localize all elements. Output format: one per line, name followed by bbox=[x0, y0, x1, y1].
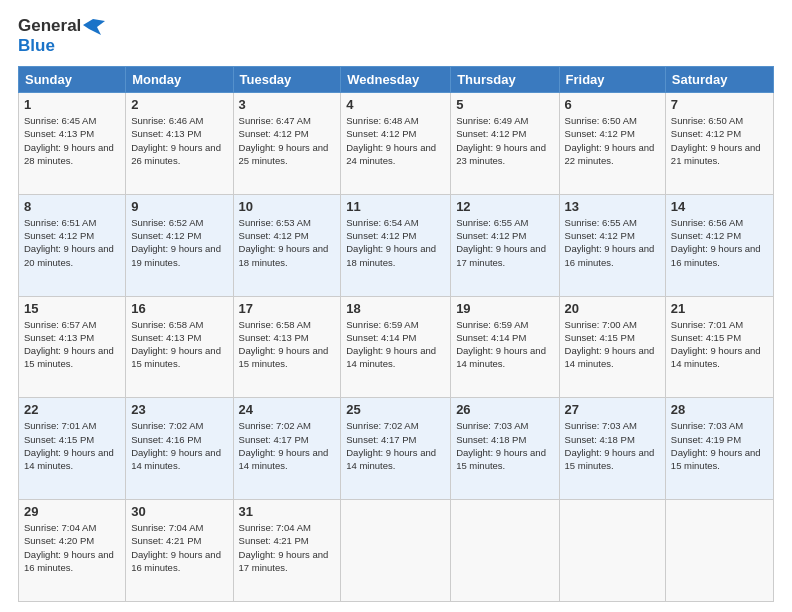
day-number: 30 bbox=[131, 504, 227, 519]
day-number: 1 bbox=[24, 97, 120, 112]
header: General Blue bbox=[18, 16, 774, 56]
calendar-cell: 3Sunrise: 6:47 AMSunset: 4:12 PMDaylight… bbox=[233, 93, 341, 195]
cell-info: Sunrise: 6:59 AMSunset: 4:14 PMDaylight:… bbox=[456, 318, 553, 371]
calendar-cell bbox=[341, 500, 451, 602]
cell-info: Sunrise: 6:55 AMSunset: 4:12 PMDaylight:… bbox=[565, 216, 660, 269]
calendar-cell: 15Sunrise: 6:57 AMSunset: 4:13 PMDayligh… bbox=[19, 296, 126, 398]
cell-info: Sunrise: 6:53 AMSunset: 4:12 PMDaylight:… bbox=[239, 216, 336, 269]
day-number: 5 bbox=[456, 97, 553, 112]
calendar-cell: 13Sunrise: 6:55 AMSunset: 4:12 PMDayligh… bbox=[559, 194, 665, 296]
calendar-cell: 2Sunrise: 6:46 AMSunset: 4:13 PMDaylight… bbox=[126, 93, 233, 195]
day-number: 24 bbox=[239, 402, 336, 417]
calendar-cell: 22Sunrise: 7:01 AMSunset: 4:15 PMDayligh… bbox=[19, 398, 126, 500]
day-number: 20 bbox=[565, 301, 660, 316]
calendar-cell: 18Sunrise: 6:59 AMSunset: 4:14 PMDayligh… bbox=[341, 296, 451, 398]
day-number: 22 bbox=[24, 402, 120, 417]
weekday-wednesday: Wednesday bbox=[341, 67, 451, 93]
cell-info: Sunrise: 7:04 AMSunset: 4:21 PMDaylight:… bbox=[239, 521, 336, 574]
calendar-cell bbox=[559, 500, 665, 602]
weekday-monday: Monday bbox=[126, 67, 233, 93]
calendar-cell: 27Sunrise: 7:03 AMSunset: 4:18 PMDayligh… bbox=[559, 398, 665, 500]
day-number: 17 bbox=[239, 301, 336, 316]
cell-info: Sunrise: 7:04 AMSunset: 4:20 PMDaylight:… bbox=[24, 521, 120, 574]
cell-info: Sunrise: 6:45 AMSunset: 4:13 PMDaylight:… bbox=[24, 114, 120, 167]
day-number: 6 bbox=[565, 97, 660, 112]
cell-info: Sunrise: 7:02 AMSunset: 4:17 PMDaylight:… bbox=[346, 419, 445, 472]
cell-info: Sunrise: 7:04 AMSunset: 4:21 PMDaylight:… bbox=[131, 521, 227, 574]
day-number: 28 bbox=[671, 402, 768, 417]
day-number: 3 bbox=[239, 97, 336, 112]
calendar-cell: 28Sunrise: 7:03 AMSunset: 4:19 PMDayligh… bbox=[665, 398, 773, 500]
day-number: 4 bbox=[346, 97, 445, 112]
page: General Blue SundayMondayTuesdayWednesda… bbox=[0, 0, 792, 612]
calendar-cell: 14Sunrise: 6:56 AMSunset: 4:12 PMDayligh… bbox=[665, 194, 773, 296]
cell-info: Sunrise: 6:50 AMSunset: 4:12 PMDaylight:… bbox=[565, 114, 660, 167]
calendar-cell bbox=[665, 500, 773, 602]
day-number: 19 bbox=[456, 301, 553, 316]
week-row-1: 1Sunrise: 6:45 AMSunset: 4:13 PMDaylight… bbox=[19, 93, 774, 195]
day-number: 21 bbox=[671, 301, 768, 316]
day-number: 29 bbox=[24, 504, 120, 519]
cell-info: Sunrise: 6:49 AMSunset: 4:12 PMDaylight:… bbox=[456, 114, 553, 167]
day-number: 11 bbox=[346, 199, 445, 214]
logo-blue: Blue bbox=[18, 36, 55, 56]
calendar-cell: 25Sunrise: 7:02 AMSunset: 4:17 PMDayligh… bbox=[341, 398, 451, 500]
cell-info: Sunrise: 6:58 AMSunset: 4:13 PMDaylight:… bbox=[131, 318, 227, 371]
calendar-cell: 30Sunrise: 7:04 AMSunset: 4:21 PMDayligh… bbox=[126, 500, 233, 602]
day-number: 7 bbox=[671, 97, 768, 112]
cell-info: Sunrise: 7:00 AMSunset: 4:15 PMDaylight:… bbox=[565, 318, 660, 371]
day-number: 31 bbox=[239, 504, 336, 519]
calendar-cell: 31Sunrise: 7:04 AMSunset: 4:21 PMDayligh… bbox=[233, 500, 341, 602]
cell-info: Sunrise: 6:54 AMSunset: 4:12 PMDaylight:… bbox=[346, 216, 445, 269]
logo: General Blue bbox=[18, 16, 105, 56]
calendar-cell: 9Sunrise: 6:52 AMSunset: 4:12 PMDaylight… bbox=[126, 194, 233, 296]
day-number: 8 bbox=[24, 199, 120, 214]
calendar-table: SundayMondayTuesdayWednesdayThursdayFrid… bbox=[18, 66, 774, 602]
day-number: 9 bbox=[131, 199, 227, 214]
calendar-cell: 29Sunrise: 7:04 AMSunset: 4:20 PMDayligh… bbox=[19, 500, 126, 602]
calendar-cell: 7Sunrise: 6:50 AMSunset: 4:12 PMDaylight… bbox=[665, 93, 773, 195]
cell-info: Sunrise: 6:48 AMSunset: 4:12 PMDaylight:… bbox=[346, 114, 445, 167]
day-number: 16 bbox=[131, 301, 227, 316]
day-number: 13 bbox=[565, 199, 660, 214]
cell-info: Sunrise: 7:02 AMSunset: 4:16 PMDaylight:… bbox=[131, 419, 227, 472]
cell-info: Sunrise: 7:03 AMSunset: 4:18 PMDaylight:… bbox=[565, 419, 660, 472]
logo-general: General bbox=[18, 16, 81, 36]
cell-info: Sunrise: 6:56 AMSunset: 4:12 PMDaylight:… bbox=[671, 216, 768, 269]
calendar-cell: 21Sunrise: 7:01 AMSunset: 4:15 PMDayligh… bbox=[665, 296, 773, 398]
calendar-cell: 4Sunrise: 6:48 AMSunset: 4:12 PMDaylight… bbox=[341, 93, 451, 195]
calendar-cell: 8Sunrise: 6:51 AMSunset: 4:12 PMDaylight… bbox=[19, 194, 126, 296]
calendar-cell: 5Sunrise: 6:49 AMSunset: 4:12 PMDaylight… bbox=[451, 93, 559, 195]
week-row-5: 29Sunrise: 7:04 AMSunset: 4:20 PMDayligh… bbox=[19, 500, 774, 602]
day-number: 10 bbox=[239, 199, 336, 214]
calendar-cell: 1Sunrise: 6:45 AMSunset: 4:13 PMDaylight… bbox=[19, 93, 126, 195]
weekday-saturday: Saturday bbox=[665, 67, 773, 93]
cell-info: Sunrise: 6:46 AMSunset: 4:13 PMDaylight:… bbox=[131, 114, 227, 167]
calendar-cell: 26Sunrise: 7:03 AMSunset: 4:18 PMDayligh… bbox=[451, 398, 559, 500]
week-row-3: 15Sunrise: 6:57 AMSunset: 4:13 PMDayligh… bbox=[19, 296, 774, 398]
cell-info: Sunrise: 6:50 AMSunset: 4:12 PMDaylight:… bbox=[671, 114, 768, 167]
cell-info: Sunrise: 6:59 AMSunset: 4:14 PMDaylight:… bbox=[346, 318, 445, 371]
day-number: 23 bbox=[131, 402, 227, 417]
calendar-cell: 16Sunrise: 6:58 AMSunset: 4:13 PMDayligh… bbox=[126, 296, 233, 398]
weekday-friday: Friday bbox=[559, 67, 665, 93]
calendar-cell: 19Sunrise: 6:59 AMSunset: 4:14 PMDayligh… bbox=[451, 296, 559, 398]
calendar-cell bbox=[451, 500, 559, 602]
logo-bird-icon bbox=[83, 17, 105, 35]
cell-info: Sunrise: 6:57 AMSunset: 4:13 PMDaylight:… bbox=[24, 318, 120, 371]
calendar-cell: 11Sunrise: 6:54 AMSunset: 4:12 PMDayligh… bbox=[341, 194, 451, 296]
weekday-thursday: Thursday bbox=[451, 67, 559, 93]
svg-marker-0 bbox=[83, 19, 105, 35]
calendar-cell: 20Sunrise: 7:00 AMSunset: 4:15 PMDayligh… bbox=[559, 296, 665, 398]
weekday-header-row: SundayMondayTuesdayWednesdayThursdayFrid… bbox=[19, 67, 774, 93]
cell-info: Sunrise: 7:03 AMSunset: 4:19 PMDaylight:… bbox=[671, 419, 768, 472]
cell-info: Sunrise: 6:51 AMSunset: 4:12 PMDaylight:… bbox=[24, 216, 120, 269]
cell-info: Sunrise: 6:58 AMSunset: 4:13 PMDaylight:… bbox=[239, 318, 336, 371]
calendar-cell: 24Sunrise: 7:02 AMSunset: 4:17 PMDayligh… bbox=[233, 398, 341, 500]
cell-info: Sunrise: 7:01 AMSunset: 4:15 PMDaylight:… bbox=[24, 419, 120, 472]
day-number: 14 bbox=[671, 199, 768, 214]
day-number: 12 bbox=[456, 199, 553, 214]
cell-info: Sunrise: 7:02 AMSunset: 4:17 PMDaylight:… bbox=[239, 419, 336, 472]
calendar-cell: 6Sunrise: 6:50 AMSunset: 4:12 PMDaylight… bbox=[559, 93, 665, 195]
calendar-cell: 23Sunrise: 7:02 AMSunset: 4:16 PMDayligh… bbox=[126, 398, 233, 500]
